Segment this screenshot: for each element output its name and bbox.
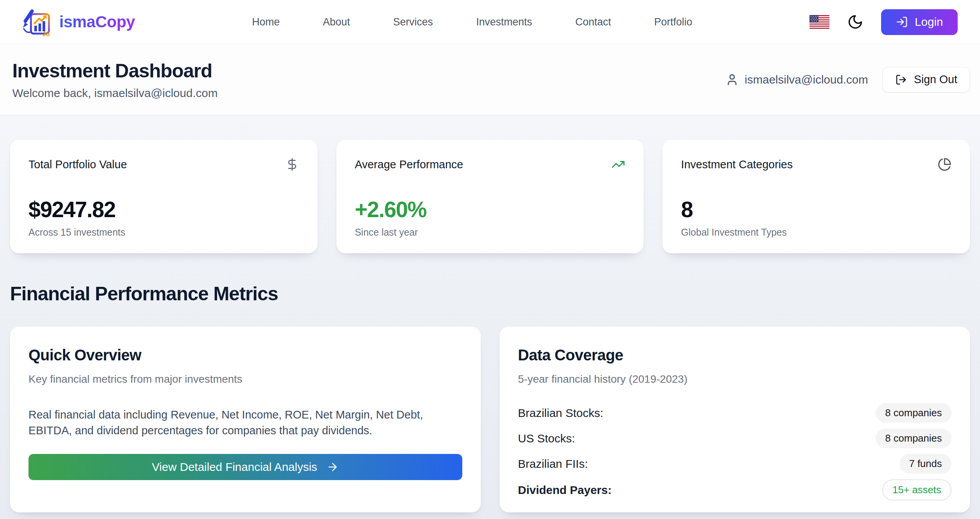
section-title: Financial Performance Metrics (10, 283, 970, 305)
quick-overview-subtitle: Key financial metrics from major investm… (28, 373, 462, 385)
pie-chart-icon (938, 157, 952, 171)
dashboard-header-left: Investment Dashboard Welcome back, ismae… (12, 60, 217, 100)
sign-out-button[interactable]: Sign Out (883, 67, 970, 92)
coverage-row-dividend-payers: Dividend Payers: 15+ assets (518, 479, 952, 501)
nav-item-contact[interactable]: Contact (575, 16, 611, 28)
stat-caption: Across 15 investments (28, 227, 299, 238)
coverage-row-brazilian-fiis: Brazilian FIIs: 7 funds (518, 454, 952, 474)
coverage-badge: 7 funds (900, 454, 952, 474)
nav-right-controls: Login (809, 9, 958, 35)
stat-card-total-portfolio: Total Portfolio Value $9247.82 Across 15… (10, 140, 318, 253)
user-icon (726, 73, 739, 86)
coverage-label: US Stocks: (518, 432, 575, 445)
stat-title: Investment Categories (681, 158, 793, 171)
coverage-rows: Brazilian Stocks: 8 companies US Stocks:… (518, 403, 952, 501)
quick-overview-title: Quick Overview (28, 347, 462, 364)
quick-overview-description: Real financial data including Revenue, N… (28, 407, 462, 439)
login-button[interactable]: Login (881, 9, 958, 35)
view-detailed-analysis-button[interactable]: View Detailed Financial Analysis (28, 454, 462, 480)
page-title: Investment Dashboard (12, 60, 217, 82)
language-flag-button[interactable] (809, 15, 829, 29)
dashboard-header-right: ismaelsilva@icloud.com Sign Out (726, 67, 970, 92)
user-chip: ismaelsilva@icloud.com (726, 73, 868, 86)
nav-item-about[interactable]: About (323, 16, 350, 28)
stat-caption: Global Investment Types (681, 227, 952, 238)
stat-value: $9247.82 (28, 197, 299, 222)
coverage-badge: 8 companies (876, 403, 952, 423)
stat-title: Average Performance (355, 158, 463, 171)
nav-item-home[interactable]: Home (252, 16, 280, 28)
stat-card-average-performance: Average Performance +2.60% Since last ye… (336, 140, 644, 253)
nav-item-investments[interactable]: Investments (476, 16, 532, 28)
nav-item-services[interactable]: Services (393, 16, 433, 28)
stat-title: Total Portfolio Value (28, 158, 127, 171)
log-out-icon (895, 74, 907, 85)
coverage-label: Brazilian Stocks: (518, 407, 604, 420)
dashboard-header: Investment Dashboard Welcome back, ismae… (0, 44, 980, 115)
theme-toggle-button[interactable] (847, 14, 863, 30)
dollar-icon (285, 157, 299, 171)
arrow-right-icon (326, 461, 339, 473)
page: JS ismaCopy Home About Services Investme… (0, 0, 980, 519)
login-button-label: Login (915, 15, 943, 28)
brand-logo-icon: JS (22, 7, 52, 37)
brand[interactable]: JS ismaCopy (22, 7, 135, 37)
top-navbar: JS ismaCopy Home About Services Investme… (0, 0, 980, 44)
main-content: Total Portfolio Value $9247.82 Across 15… (0, 115, 980, 519)
nav-item-portfolio[interactable]: Portfolio (654, 16, 692, 28)
coverage-label: Brazilian FIIs: (518, 457, 588, 470)
stats-row: Total Portfolio Value $9247.82 Across 15… (10, 140, 970, 253)
sign-out-label: Sign Out (914, 73, 957, 86)
stat-card-investment-categories: Investment Categories 8 Global Investmen… (662, 140, 970, 253)
us-flag-icon (809, 15, 829, 29)
metrics-row: Quick Overview Key financial metrics fro… (10, 326, 970, 512)
data-coverage-subtitle: 5-year financial history (2019-2023) (518, 373, 952, 385)
coverage-row-us-stocks: US Stocks: 8 companies (518, 429, 952, 448)
stat-value: +2.60% (355, 197, 625, 222)
cta-label: View Detailed Financial Analysis (152, 460, 317, 474)
trending-up-icon (611, 157, 625, 171)
log-in-icon (896, 16, 908, 28)
stat-value: 8 (681, 197, 952, 222)
welcome-message: Welcome back, ismaelsilva@icloud.com (12, 87, 217, 100)
coverage-label: Dividend Payers: (518, 484, 612, 497)
logo-js-badge: JS (43, 31, 50, 37)
quick-overview-card: Quick Overview Key financial metrics fro… (10, 326, 481, 512)
data-coverage-title: Data Coverage (518, 347, 952, 364)
coverage-badge: 8 companies (876, 429, 952, 448)
moon-icon (847, 14, 863, 30)
nav-links: Home About Services Investments Contact … (252, 16, 692, 28)
data-coverage-card: Data Coverage 5-year financial history (… (500, 326, 970, 512)
stat-caption: Since last year (355, 227, 625, 238)
user-email: ismaelsilva@icloud.com (745, 73, 868, 86)
brand-name[interactable]: ismaCopy (59, 13, 135, 31)
coverage-row-brazilian-stocks: Brazilian Stocks: 8 companies (518, 403, 952, 423)
coverage-badge-green: 15+ assets (882, 479, 952, 501)
